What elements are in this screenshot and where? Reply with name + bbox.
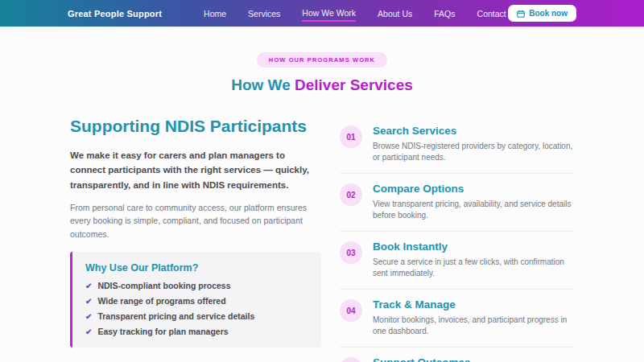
left-column: Supporting NDIS Participants We make it … [70,115,321,362]
book-now-button[interactable]: Book now [508,5,576,22]
step-title: Support Outcomes [373,356,574,362]
divider [340,173,574,174]
list-item: ✔ NDIS-compliant booking process [85,281,308,290]
nav-item-home[interactable]: Home [204,6,226,21]
step-number-badge: 04 [340,299,362,322]
why-use-platform-box: Why Use Our Platform? ✔ NDIS-compliant b… [70,252,321,348]
check-icon: ✔ [85,312,92,321]
divider [340,289,574,290]
step-body: Search Services Browse NDIS-registered p… [373,125,574,163]
content-grid: Supporting NDIS Participants We make it … [70,115,574,362]
platform-item-label: Easy tracking for plan managers [97,327,228,336]
step-body: Compare Options View transparent pricing… [373,183,574,221]
calendar-icon [517,10,525,18]
section-title-magenta: Deliver Services [295,76,413,93]
check-icon: ✔ [85,297,92,306]
step-support-outcomes: 05 Support Outcomes Ensure participants … [340,350,574,362]
badge-row: HOW OUR PROGRAMS WORK [0,51,644,68]
top-navbar: Great People Support Home Services How W… [0,0,644,27]
nav-item-contact[interactable]: Contact [477,6,506,21]
steps-column: 01 Search Services Browse NDIS-registere… [340,115,574,362]
step-title: Compare Options [373,183,574,195]
step-title: Search Services [373,125,574,137]
left-heading: Supporting NDIS Participants [70,117,321,136]
intro-paragraph-bold: We make it easy for carers and plan mana… [70,148,321,192]
list-item: ✔ Easy tracking for plan managers [85,327,308,336]
section-badge: HOW OUR PROGRAMS WORK [257,52,387,68]
step-number-badge: 01 [340,125,362,148]
section-title-teal: How We [231,76,295,93]
step-description: Secure a service in just a few clicks, w… [373,257,574,279]
platform-item-label: NDIS-compliant booking process [97,281,230,290]
step-description: Browse NDIS-registered providers by cate… [373,141,574,163]
list-item: ✔ Transparent pricing and service detail… [85,311,308,321]
step-track-manage: 04 Track & Manage Monitor bookings, invo… [340,292,574,344]
step-book-instantly: 03 Book Instantly Secure a service in ju… [340,234,574,286]
platform-item-label: Transparent pricing and service details [97,311,254,321]
intro-paragraph: From personal care to community access, … [70,201,321,241]
step-description: View transparent pricing, availability, … [373,199,574,221]
step-description: Monitor bookings, invoices, and particip… [373,315,574,337]
step-number-badge: 03 [340,241,362,264]
step-compare-options: 02 Compare Options View transparent pric… [340,176,574,228]
how-we-deliver-section: HOW OUR PROGRAMS WORK How We Deliver Ser… [0,27,644,362]
step-title: Track & Manage [373,298,574,311]
nav-item-about-us[interactable]: About Us [378,6,412,21]
book-now-label: Book now [529,9,568,18]
step-body: Support Outcomes Ensure participants rec… [373,356,574,362]
step-body: Book Instantly Secure a service in just … [373,241,574,279]
section-title: How We Deliver Services [0,76,644,94]
nav-item-services[interactable]: Services [248,6,280,21]
step-number-badge: 05 [340,357,362,362]
step-search-services: 01 Search Services Browse NDIS-registere… [340,118,574,171]
step-title: Book Instantly [373,241,574,253]
step-number-badge: 02 [340,183,362,206]
step-body: Track & Manage Monitor bookings, invoice… [373,298,574,337]
check-icon: ✔ [85,327,92,336]
nav-item-how-we-work[interactable]: How We Work [302,6,356,22]
nav-item-faqs[interactable]: FAQs [434,6,455,21]
platform-box-title: Why Use Our Platform? [85,262,308,274]
list-item: ✔ Wide range of programs offered [85,296,308,306]
divider [340,231,574,232]
check-icon: ✔ [85,282,92,290]
main-nav: Home Services How We Work About Us FAQs … [204,6,508,22]
divider [340,347,574,348]
platform-item-label: Wide range of programs offered [97,296,225,306]
site-logo[interactable]: Great People Support [68,9,162,19]
